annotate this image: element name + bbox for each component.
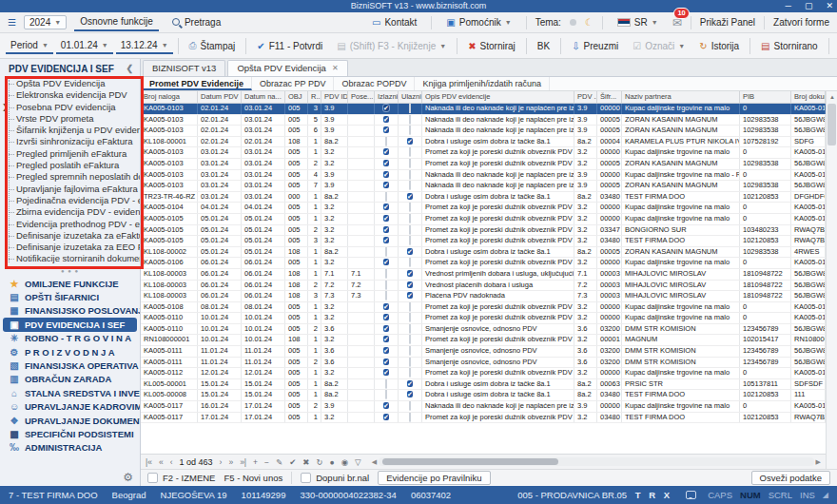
tree-item-10[interactable]: Upravljanje fajlovima eFaktura bbox=[0, 184, 140, 195]
izlazni-checkbox[interactable] bbox=[385, 137, 387, 146]
nav-prev-button[interactable]: ‹ bbox=[170, 457, 173, 467]
f11-potvrdi-button[interactable]: ✔F11 - Potvrdi bbox=[251, 38, 328, 54]
izlazni-checkbox[interactable] bbox=[385, 379, 387, 389]
izlazni-checkbox[interactable]: ✔ bbox=[383, 215, 389, 222]
sidebar-splitter[interactable]: ● ● ● bbox=[0, 268, 140, 276]
vertical-scroll-thumb[interactable] bbox=[827, 104, 836, 145]
ulazni-checkbox[interactable] bbox=[409, 413, 411, 422]
vertical-scrollbar[interactable]: ▲ ▼ bbox=[826, 91, 837, 504]
table-row[interactable]: RN10800000110.01.2410.01.2410813.2✔Prome… bbox=[141, 335, 826, 346]
light-theme-toggle[interactable] bbox=[570, 19, 576, 26]
ulazni-checkbox[interactable]: ✔ bbox=[407, 292, 413, 299]
column-header-pose[interactable]: Pose... bbox=[348, 91, 375, 103]
ulazni-checkbox[interactable] bbox=[409, 258, 411, 267]
chat-bubble-icon[interactable] bbox=[686, 491, 696, 499]
collapse-panel-icon[interactable]: ❮ bbox=[126, 64, 133, 73]
izlazni-checkbox[interactable] bbox=[385, 390, 387, 399]
filter-icon[interactable]: ▽ bbox=[355, 457, 361, 467]
module-finansijsko-poslovanje[interactable]: ▦FINANSIJSKO POSLOVANJE bbox=[0, 304, 140, 318]
column-header-izlazni[interactable]: Izlazni bbox=[375, 91, 399, 103]
izlazni-checkbox[interactable] bbox=[385, 247, 387, 257]
kontakt-button[interactable]: ▭Kontakt bbox=[366, 14, 422, 30]
ulazni-checkbox[interactable]: ✔ bbox=[407, 193, 413, 200]
preuzmi-button[interactable]: ⇩Preuzmi bbox=[566, 38, 624, 54]
ulazni-checkbox[interactable] bbox=[409, 170, 411, 180]
tree-item-12[interactable]: Zbirna evidencija PDV - evidentir bbox=[0, 206, 140, 218]
module-pdv-evidencija-i-sef[interactable]: ▣PDV EVIDENCIJA I SEF bbox=[3, 318, 137, 331]
table-row[interactable]: KA005-010302.01.2403.01.2400553.9✔Naknad… bbox=[141, 115, 826, 126]
scroll-right-icon[interactable]: ▶ bbox=[816, 458, 821, 466]
oznaci-button[interactable]: ☑Označi▼ bbox=[627, 38, 691, 54]
maximize-button[interactable]: ▢ bbox=[805, 0, 813, 12]
tree-item-6[interactable]: Izvrši sinhronizaciju eFaktura bbox=[0, 136, 140, 147]
izlazni-checkbox[interactable]: ✔ bbox=[383, 303, 389, 310]
column-header-pib[interactable]: PIB bbox=[740, 91, 791, 103]
tree-item-4[interactable]: Vrste PDV prometa bbox=[0, 113, 140, 125]
table-row[interactable]: KL108-0000306.01.2406.01.2410817.17.1✔Vr… bbox=[141, 269, 826, 281]
table-row[interactable]: KA005-011111.01.2411.01.2400523.6✔Smanje… bbox=[141, 358, 826, 369]
table-row[interactable]: KA005-011212.01.2412.01.2400513.2✔Promet… bbox=[141, 368, 826, 379]
nav-prev-page-button[interactable]: « bbox=[159, 457, 164, 467]
menu-pretraga[interactable]: Pretraga bbox=[166, 15, 226, 30]
ulazni-checkbox[interactable] bbox=[409, 401, 411, 411]
tab-opsta-pdv-evidencija[interactable]: Opšta PDV Evidencija✕ bbox=[227, 60, 347, 76]
izlazni-checkbox[interactable]: ✔ bbox=[383, 336, 389, 342]
expander-icon[interactable]: ❯ bbox=[2, 102, 9, 113]
ulazni-checkbox[interactable]: ✔ bbox=[407, 380, 413, 387]
table-row[interactable]: KA005-011716.01.2417.01.2400523.9✔Naknad… bbox=[141, 401, 826, 413]
table-row[interactable]: TR23-TR-46-RZ03.01.2403.01.2400018a.2✔Do… bbox=[141, 192, 826, 204]
osvezi-podatke-button[interactable]: Osveži podatke bbox=[751, 471, 830, 485]
ulazni-checkbox[interactable]: ✔ bbox=[407, 138, 413, 145]
module-specifi-ni-podsistemi[interactable]: ▩SPECIFIČNI PODSISTEMI bbox=[0, 427, 140, 440]
tree-item-14[interactable]: Definisanje izuzetaka za eFaktur bbox=[0, 230, 140, 242]
table-row[interactable]: KA005-011010.01.2410.01.2400513.2✔Promet… bbox=[141, 313, 826, 324]
module-upravljanje-kadrovima[interactable]: ☺UPRAVLJANJE KADROVIMA bbox=[0, 400, 140, 414]
bk-button[interactable]: BK bbox=[532, 38, 555, 54]
horizontal-scroll-thumb[interactable] bbox=[382, 458, 558, 465]
column-header-ulazni[interactable]: Ulazni bbox=[399, 91, 422, 103]
izlazni-checkbox[interactable]: ✔ bbox=[383, 369, 389, 376]
refresh-icon[interactable]: ↻ bbox=[316, 457, 322, 467]
istorija-button[interactable]: ↻Istorija bbox=[693, 38, 745, 54]
ulazni-checkbox[interactable] bbox=[409, 181, 411, 190]
izlazni-checkbox[interactable] bbox=[385, 291, 387, 300]
izlazni-checkbox[interactable]: ✔ bbox=[383, 126, 389, 133]
tree-item-16[interactable]: Notifikacije storniranih dokumen bbox=[0, 253, 140, 264]
izlazni-checkbox[interactable] bbox=[385, 192, 387, 202]
izlazni-checkbox[interactable]: ✔ bbox=[383, 414, 389, 420]
column-header-broj-dokumen[interactable]: Broj dokumen bbox=[791, 91, 826, 103]
izlazni-checkbox[interactable]: ✔ bbox=[383, 237, 389, 243]
izlazni-checkbox[interactable]: ✔ bbox=[383, 148, 389, 155]
table-row[interactable]: KA005-011717.01.2417.01.2400513.2✔Promet… bbox=[141, 413, 826, 424]
table-row[interactable]: KA005-010303.01.2403.01.2400513.2✔Promet… bbox=[141, 147, 826, 159]
izlazni-checkbox[interactable]: ✔ bbox=[383, 160, 389, 166]
module-op-ti-ifarnici[interactable]: ▤OPŠTI ŠIFARNICI bbox=[0, 290, 140, 303]
column-header-broj-naloga[interactable]: Broj naloga bbox=[141, 91, 198, 103]
table-row[interactable]: KL005-0000815.01.2415.01.2400518a.2✔Dobr… bbox=[141, 390, 826, 401]
ulazni-checkbox[interactable] bbox=[409, 358, 411, 367]
tab-close-icon[interactable]: ✕ bbox=[332, 61, 339, 76]
ulazni-checkbox[interactable] bbox=[409, 368, 411, 378]
tree-item-7[interactable]: Pregled primljenih eFaktura bbox=[0, 148, 140, 160]
ulazni-checkbox[interactable] bbox=[409, 104, 411, 113]
tree-item-2[interactable]: Elektronska evidencija PDV bbox=[0, 89, 140, 101]
close-button[interactable]: ✕ bbox=[826, 0, 833, 12]
table-row[interactable]: KL108-0000306.01.2406.01.2410837.37.3✔Pl… bbox=[141, 291, 826, 302]
table-row[interactable]: KA005-010404.01.2404.01.2400513.2✔Promet… bbox=[141, 203, 826, 214]
ulazni-checkbox[interactable] bbox=[409, 214, 411, 223]
izlazni-checkbox[interactable]: ✔ bbox=[383, 171, 389, 178]
ulazni-checkbox[interactable] bbox=[409, 236, 411, 245]
ulazni-checkbox[interactable]: ✔ bbox=[407, 281, 413, 288]
column-header-datum-na[interactable]: Datum na... bbox=[242, 91, 285, 103]
tree-item-15[interactable]: Definisanje izuzetaka za EEO PD bbox=[0, 242, 140, 253]
table-row[interactable]: KA005-011010.01.2410.01.2400523.6✔Smanje… bbox=[141, 324, 826, 336]
izlazni-checkbox[interactable]: ✔ bbox=[383, 314, 389, 320]
izlazni-checkbox[interactable]: ✔ bbox=[383, 402, 389, 409]
izlazni-checkbox[interactable]: ✔ bbox=[383, 204, 389, 210]
ulazni-checkbox[interactable] bbox=[409, 115, 411, 125]
table-row[interactable]: KL108-0000205.01.2405.01.2410818a.2✔Dobr… bbox=[141, 247, 826, 259]
column-header-pdv-id[interactable]: PDV ID bbox=[321, 91, 348, 103]
ulazni-checkbox[interactable] bbox=[409, 159, 411, 168]
column-header-naziv-partnera[interactable]: Naziv partnera bbox=[622, 91, 740, 103]
table-row[interactable]: KA005-010505.01.2405.01.2400523.2✔Promet… bbox=[141, 225, 826, 237]
